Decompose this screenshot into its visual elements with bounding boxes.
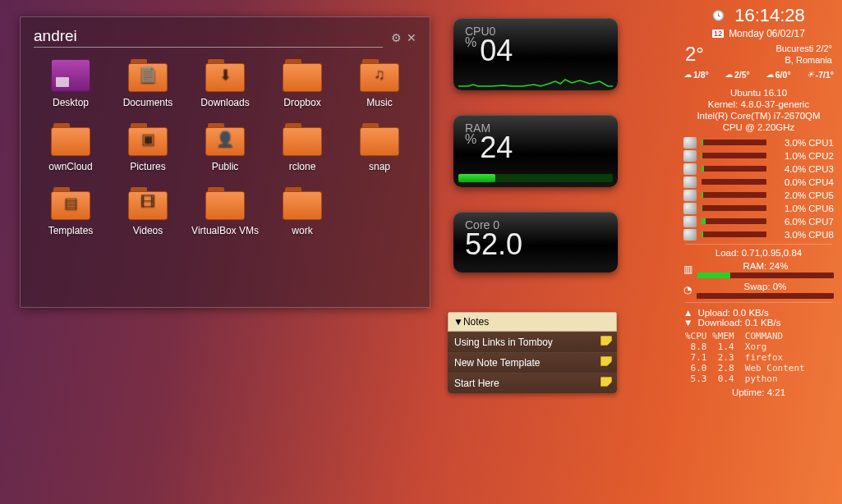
download-rate: Download: 0.1 KB/s <box>697 318 780 328</box>
file-item-owncloud[interactable]: ownCloud <box>34 123 108 172</box>
note-icon <box>600 377 612 387</box>
file-item-downloads[interactable]: ⬇Downloads <box>188 59 262 108</box>
file-item-work[interactable]: work <box>265 187 339 236</box>
cpu-bar <box>702 231 766 237</box>
notes-header[interactable]: ▼Notes <box>448 312 617 332</box>
percent-sign: % <box>465 132 476 146</box>
ram-bar <box>458 174 613 182</box>
note-label: New Note Template <box>454 357 541 369</box>
folder-icon <box>283 187 322 220</box>
folder-icon: ♫ <box>360 59 399 92</box>
cpu-percent: 3.0% CPU8 <box>771 230 834 240</box>
weather-icon: ☀ <box>807 70 814 79</box>
file-item-videos[interactable]: 🎞Videos <box>111 187 185 236</box>
gauge-value: 04 <box>480 34 513 67</box>
note-icon <box>600 336 612 346</box>
note-icon <box>600 356 612 366</box>
disk-icon: ◔ <box>683 284 692 296</box>
cpu-percent: 1.0% CPU2 <box>771 151 834 161</box>
folder-icon: 👤 <box>205 123 245 156</box>
cpu-bar <box>702 218 766 224</box>
gauge-value: 52.0 <box>465 227 522 261</box>
cpu-row: 3.0% CPU1 <box>683 137 834 149</box>
note-item[interactable]: New Note Template <box>448 352 617 373</box>
file-label: Pictures <box>130 161 165 172</box>
core-temp-gauge: Core 0 52.0 <box>453 212 618 273</box>
file-label: Dropbox <box>283 97 320 108</box>
file-label: snap <box>369 161 390 172</box>
cpu-bar <box>702 179 766 185</box>
file-label: Music <box>366 97 392 108</box>
folder-icon: ▤ <box>51 187 90 220</box>
cpu-chip-icon <box>683 150 697 162</box>
file-browser-header: andrei ⚙ ✕ <box>34 27 416 48</box>
file-label: Videos <box>133 225 163 236</box>
file-item-desktop[interactable]: Desktop <box>34 59 108 108</box>
folder-icon: ⬇ <box>205 59 245 92</box>
file-grid: Desktop📄Documents⬇DownloadsDropbox♫Music… <box>34 59 416 236</box>
process-list: %CPU %MEM COMMAND 8.8 1.4 Xorg 7.1 2.3 f… <box>685 331 832 384</box>
file-item-templates[interactable]: ▤Templates <box>34 187 108 236</box>
cpu-model: Intel(R) Core(TM) i7-2670QM <box>679 111 839 121</box>
weather-icon: ☁ <box>683 70 692 79</box>
kernel-version: Kernel: 4.8.0-37-generic <box>679 99 839 109</box>
file-item-snap[interactable]: snap <box>343 123 416 172</box>
upload-icon: ▲ <box>683 308 692 318</box>
ram-icon: ▥ <box>683 263 692 275</box>
cpu-bar <box>702 166 766 172</box>
cpu-model2: CPU @ 2.20GHz <box>679 122 839 132</box>
file-item-public[interactable]: 👤Public <box>188 123 262 172</box>
clock-time: 16:14:28 <box>734 5 805 26</box>
file-label: Public <box>212 161 239 172</box>
load-avg: Load: 0.71,0.95,0.84 <box>679 248 839 258</box>
forecast-day: 6/0° <box>775 70 791 80</box>
folder-icon <box>283 59 322 92</box>
file-label: work <box>292 225 312 236</box>
file-item-rclone[interactable]: rclone <box>265 123 339 172</box>
file-label: ownCloud <box>48 161 92 172</box>
file-item-pictures[interactable]: ▣Pictures <box>111 123 185 172</box>
cpu-chip-icon <box>683 229 697 241</box>
current-temp: 2° <box>685 43 704 66</box>
cpu-row: 3.0% CPU8 <box>683 229 834 241</box>
note-label: Start Here <box>454 378 499 389</box>
weather-icon: ☁ <box>725 70 733 79</box>
cpu-row: 0.0% CPU4 <box>683 176 834 188</box>
folder-icon: 🎞 <box>128 187 168 220</box>
close-icon[interactable]: ✕ <box>407 31 416 44</box>
ram-gauge: RAM %24 <box>453 115 618 187</box>
folder-icon <box>360 123 399 156</box>
notes-widget: ▼Notes Using Links in TomboyNew Note Tem… <box>448 312 617 393</box>
note-label: Using Links in Tomboy <box>454 337 553 348</box>
cpu-percent: 1.0% CPU6 <box>771 204 834 213</box>
cpu-bar <box>702 140 766 145</box>
cpu-chip-icon <box>683 190 697 201</box>
clock-icon: 🕓 <box>712 10 725 21</box>
gear-icon[interactable]: ⚙ <box>391 31 402 44</box>
file-item-documents[interactable]: 📄Documents <box>111 59 185 108</box>
cpu-percent: 0.0% CPU4 <box>771 177 834 187</box>
file-browser-path[interactable]: andrei <box>34 27 383 48</box>
cpu-row: 4.0% CPU3 <box>683 163 834 175</box>
swap-label: Swap: 0% <box>697 282 834 291</box>
note-item[interactable]: Using Links in Tomboy <box>448 332 617 352</box>
file-item-music[interactable]: ♫Music <box>343 59 416 108</box>
upload-rate: Upload: 0.0 KB/s <box>697 308 768 318</box>
file-label: Downloads <box>200 97 249 108</box>
file-label: Documents <box>123 97 173 108</box>
file-label: Desktop <box>53 97 89 108</box>
uptime: Uptime: 4:21 <box>679 387 839 397</box>
folder-icon: ▣ <box>128 123 168 156</box>
note-item[interactable]: Start Here <box>448 373 617 393</box>
file-label: rclone <box>289 161 316 172</box>
calendar-icon: 12 <box>712 30 724 38</box>
cpu-percent: 6.0% CPU7 <box>771 217 834 227</box>
cpu-sparkline <box>458 66 613 87</box>
forecast-day: 2/5° <box>734 70 750 80</box>
weather-icon: ☁ <box>766 70 774 79</box>
cpu-chip-icon <box>683 163 697 175</box>
file-label: Templates <box>48 225 94 236</box>
ram-label: RAM: 24% <box>697 261 834 271</box>
file-item-dropbox[interactable]: Dropbox <box>265 59 339 108</box>
file-item-virtualbox-vms[interactable]: VirtualBox VMs <box>188 187 262 236</box>
